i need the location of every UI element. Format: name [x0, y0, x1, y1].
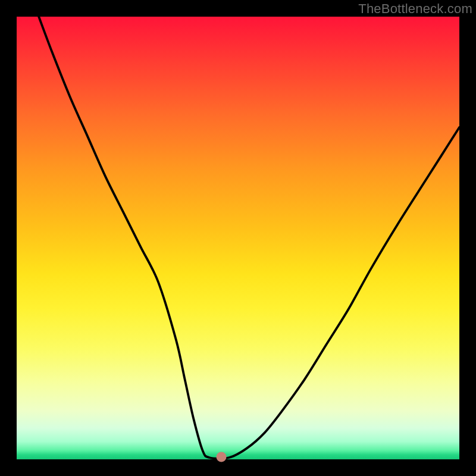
- curve-svg: [17, 17, 459, 459]
- plot-area: [17, 17, 459, 459]
- watermark-text: TheBottleneck.com: [358, 1, 472, 17]
- curve-path: [39, 17, 459, 459]
- chart-frame: TheBottleneck.com: [0, 0, 476, 476]
- marker-dot: [216, 452, 226, 462]
